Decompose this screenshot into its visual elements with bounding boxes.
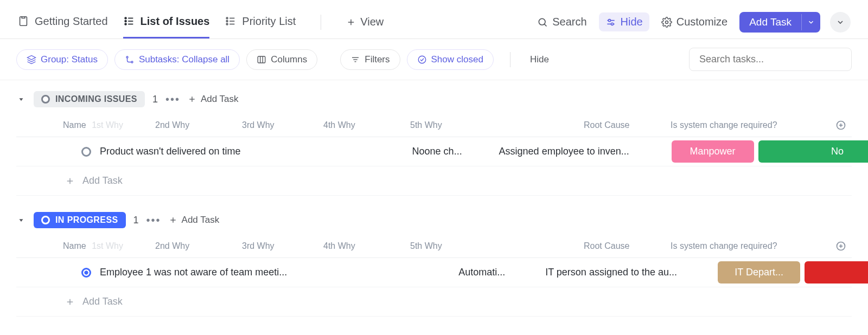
group-header: IN PROGRESS 1 ••• Add Task bbox=[16, 212, 852, 228]
cell-fourth-why[interactable]: Automati... bbox=[455, 258, 542, 287]
root-cause-badge: Manpower bbox=[672, 140, 754, 163]
add-task-dropdown[interactable] bbox=[801, 14, 820, 30]
col-root-cause[interactable]: Root Cause bbox=[580, 235, 667, 257]
plus-icon bbox=[65, 176, 75, 186]
add-task-primary: Add Task bbox=[739, 12, 820, 33]
gear-icon bbox=[661, 17, 672, 28]
add-view-button[interactable]: View bbox=[346, 16, 384, 28]
svg-point-20 bbox=[611, 23, 613, 25]
col-root-cause[interactable]: Root Cause bbox=[580, 114, 667, 137]
group-add-task-button[interactable]: Add Task bbox=[169, 215, 220, 226]
show-closed-pill[interactable]: Show closed bbox=[407, 49, 494, 70]
svg-point-3 bbox=[125, 21, 126, 22]
table-row[interactable]: Product wasn't delivered on time Noone c… bbox=[16, 137, 852, 166]
svg-point-7 bbox=[227, 17, 228, 19]
cell-fifth-why[interactable]: IT person assigned to the au... bbox=[542, 258, 716, 287]
chevron-down-icon bbox=[807, 18, 815, 26]
cell-third-why[interactable] bbox=[374, 264, 455, 281]
col-first-why-faded: 1st Why bbox=[92, 120, 123, 130]
status-circle-icon[interactable] bbox=[81, 268, 91, 278]
cell-root-cause[interactable]: Manpower bbox=[669, 137, 756, 166]
cell-fourth-why[interactable]: Noone ch... bbox=[409, 137, 496, 166]
columns-pill[interactable]: Columns bbox=[246, 49, 317, 70]
add-column-button[interactable] bbox=[830, 241, 852, 252]
cell-second-why[interactable] bbox=[287, 264, 374, 281]
group-in-progress: IN PROGRESS 1 ••• Add Task Name 1st Why … bbox=[16, 212, 852, 317]
col-system-change[interactable]: Is system change required? bbox=[667, 235, 830, 257]
collapse-toggle[interactable] bbox=[16, 216, 26, 224]
cell-fifth-why[interactable]: Assigned employee to inven... bbox=[496, 137, 669, 166]
group-by-pill[interactable]: Group: Status bbox=[16, 49, 108, 70]
group-more-button[interactable]: ••• bbox=[146, 214, 161, 227]
col-third-why[interactable]: 3rd Why bbox=[239, 114, 320, 137]
priority-list-icon bbox=[225, 15, 237, 27]
plus-icon bbox=[169, 216, 177, 224]
col-second-why[interactable]: 2nd Why bbox=[152, 114, 239, 137]
add-column-button[interactable] bbox=[830, 120, 852, 131]
more-menu-button[interactable] bbox=[830, 12, 851, 33]
show-closed-label: Show closed bbox=[431, 54, 483, 65]
document-icon bbox=[17, 15, 29, 27]
col-system-change[interactable]: Is system change required? bbox=[667, 114, 830, 137]
task-name[interactable]: Employee 1 was not aware of team meeti..… bbox=[100, 267, 287, 278]
search-tasks-input[interactable] bbox=[689, 48, 852, 71]
add-task-row[interactable]: Add Task bbox=[16, 287, 852, 317]
col-second-why[interactable]: 2nd Why bbox=[152, 235, 239, 257]
col-fifth-why[interactable]: 5th Why bbox=[407, 114, 580, 137]
status-label: IN PROGRESS bbox=[55, 215, 118, 225]
filters-pill[interactable]: Filters bbox=[340, 49, 400, 70]
status-circle-icon[interactable] bbox=[81, 147, 91, 157]
col-fourth-why[interactable]: 4th Why bbox=[320, 114, 407, 137]
col-name[interactable]: Name 1st Why bbox=[60, 114, 152, 137]
filter-icon bbox=[350, 55, 360, 65]
group-more-button[interactable]: ••• bbox=[165, 93, 180, 106]
add-task-label: Add Task bbox=[201, 94, 239, 105]
svg-point-31 bbox=[418, 56, 426, 63]
view-label: View bbox=[360, 16, 384, 28]
columns-icon bbox=[257, 55, 266, 65]
add-task-label: Add Task bbox=[82, 175, 123, 186]
customize-label: Customize bbox=[676, 16, 727, 28]
column-headers: Name 1st Why 2nd Why 3rd Why 4th Why 5th… bbox=[16, 114, 852, 137]
cell-root-cause[interactable]: IT Depart... bbox=[716, 258, 802, 287]
check-circle-icon bbox=[417, 55, 427, 65]
top-toolbar: Getting Started List of Issues Priority … bbox=[0, 0, 868, 39]
cell-system-change[interactable]: Yes bbox=[802, 258, 868, 287]
columns-label: Columns bbox=[271, 54, 307, 65]
svg-point-18 bbox=[608, 19, 610, 21]
cell-second-why[interactable] bbox=[241, 143, 328, 160]
col-fifth-why[interactable]: 5th Why bbox=[407, 235, 580, 257]
task-name[interactable]: Product wasn't delivered on time bbox=[100, 146, 241, 157]
subtasks-pill[interactable]: Subtasks: Collapse all bbox=[114, 49, 240, 70]
cell-third-why[interactable] bbox=[328, 143, 409, 160]
list-icon bbox=[123, 15, 135, 27]
system-change-badge: No bbox=[758, 140, 868, 163]
group-count: 1 bbox=[133, 215, 139, 226]
add-task-row[interactable]: Add Task bbox=[16, 166, 852, 196]
col-name[interactable]: Name 1st Why bbox=[60, 235, 152, 257]
search-button[interactable]: Search bbox=[531, 12, 593, 31]
collapse-toggle[interactable] bbox=[16, 95, 26, 103]
chevron-down-icon bbox=[836, 18, 845, 27]
tab-getting-started[interactable]: Getting Started bbox=[17, 6, 108, 38]
tab-priority-list[interactable]: Priority List bbox=[225, 6, 296, 38]
col-third-why[interactable]: 3rd Why bbox=[239, 235, 320, 257]
add-task-button[interactable]: Add Task bbox=[739, 12, 801, 33]
svg-line-16 bbox=[545, 24, 547, 26]
subtasks-label: Subtasks: Collapse all bbox=[139, 54, 229, 65]
col-fourth-why[interactable]: 4th Why bbox=[320, 235, 407, 257]
group-add-task-button[interactable]: Add Task bbox=[188, 94, 239, 105]
col-first-why-faded: 1st Why bbox=[92, 241, 123, 250]
hide-toggle[interactable]: Hide bbox=[530, 54, 549, 65]
status-chip-in-progress[interactable]: IN PROGRESS bbox=[34, 212, 126, 228]
plus-icon bbox=[346, 17, 356, 27]
filters-label: Filters bbox=[365, 54, 390, 65]
customize-button[interactable]: Customize bbox=[655, 12, 734, 31]
table-row[interactable]: Employee 1 was not aware of team meeti..… bbox=[16, 258, 852, 287]
tab-label: Priority List bbox=[242, 15, 296, 28]
cell-system-change[interactable]: No bbox=[756, 137, 868, 166]
status-chip-incoming[interactable]: INCOMING ISSUES bbox=[34, 91, 145, 107]
svg-point-9 bbox=[227, 21, 228, 22]
tab-list-of-issues[interactable]: List of Issues bbox=[123, 6, 210, 38]
hide-button[interactable]: Hide bbox=[599, 12, 649, 31]
